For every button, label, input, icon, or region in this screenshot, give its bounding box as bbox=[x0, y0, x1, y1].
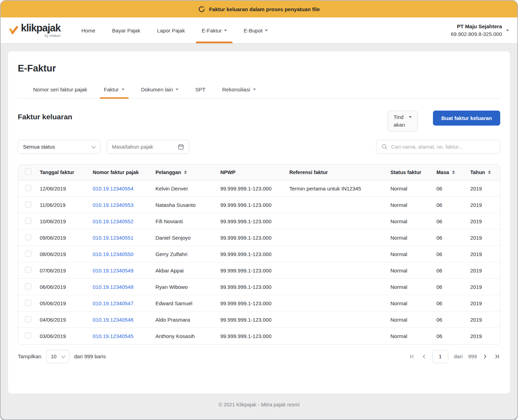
nav-item-label: E-Bupot bbox=[244, 28, 262, 33]
total-rows-label: dari 999 baris bbox=[74, 353, 106, 359]
sort-icon[interactable] bbox=[184, 171, 187, 174]
search-input[interactable] bbox=[391, 144, 495, 150]
app-header: klikpajak by mekari Home Bayar Pajak Lap… bbox=[1, 17, 517, 43]
sort-icon[interactable] bbox=[452, 171, 455, 174]
invoice-number-link[interactable]: 010.19.12340552 bbox=[93, 218, 134, 224]
cell-status: Normal bbox=[387, 246, 433, 262]
tab-dokumen-lain[interactable]: Dokumen lain bbox=[133, 82, 187, 98]
table-row: 05/06/2019 010.19.12340547 Edward Samuel… bbox=[18, 295, 500, 312]
invoice-number-link[interactable]: 010.19.12340549 bbox=[93, 268, 134, 273]
column-header[interactable]: Masa bbox=[433, 165, 467, 180]
nav-item-e-faktur[interactable]: E-Faktur bbox=[193, 17, 235, 43]
period-input[interactable] bbox=[112, 144, 178, 150]
cell-status: Normal bbox=[387, 213, 433, 230]
cell-customer: Kelvin Denver bbox=[152, 180, 217, 197]
actions-dropdown-button[interactable]: Tindakan bbox=[388, 111, 418, 132]
efaktur-card: E-Faktur Nomor seri faktur pajak Faktur … bbox=[8, 51, 510, 394]
cell-reference bbox=[286, 213, 387, 230]
section-title: Faktur keluaran bbox=[18, 111, 388, 121]
nav-item-lapor-pajak[interactable]: Lapor Pajak bbox=[148, 17, 193, 43]
row-checkbox[interactable] bbox=[25, 267, 31, 273]
nav-item-label: Home bbox=[82, 28, 96, 33]
cell-status: Normal bbox=[387, 279, 433, 295]
cell-masa: 06 bbox=[433, 262, 467, 279]
invoice-number-link[interactable]: 010.19.12340551 bbox=[93, 235, 134, 241]
row-checkbox[interactable] bbox=[25, 201, 31, 208]
tab-nomor-seri-faktur-pajak[interactable]: Nomor seri faktur pajak bbox=[25, 82, 96, 98]
cell-reference bbox=[286, 230, 387, 246]
cell-npwp: 99.999.999.1-123.000 bbox=[217, 230, 286, 246]
invoice-number-link[interactable]: 010.19.12340545 bbox=[93, 333, 134, 339]
tab-label: Faktur bbox=[104, 87, 119, 92]
invoice-number-link[interactable]: 010.19.12340550 bbox=[93, 251, 134, 257]
cell-status: Normal bbox=[387, 312, 433, 328]
sort-icon[interactable] bbox=[488, 171, 491, 174]
cell-status: Normal bbox=[387, 230, 433, 246]
next-page-button[interactable] bbox=[482, 353, 488, 360]
nav-item-label: Lapor Pajak bbox=[157, 28, 185, 33]
cell-tahun: 2019 bbox=[467, 328, 500, 344]
invoice-number-link[interactable]: 010.19.12340546 bbox=[93, 317, 134, 323]
cell-npwp: 99.999.999.1-123.000 bbox=[217, 295, 286, 312]
klikpajak-logo[interactable]: klikpajak by mekari bbox=[9, 17, 73, 43]
nav-item-e-bupot[interactable]: E-Bupot bbox=[235, 17, 276, 43]
row-checkbox[interactable] bbox=[25, 234, 31, 240]
chevron-down-icon bbox=[224, 30, 227, 31]
table-body: 12/06/2019 010.19.12340554 Kelvin Denver… bbox=[18, 180, 500, 344]
filter-bar: Semua status bbox=[18, 140, 500, 154]
column-header-label: Nomor faktur pajak bbox=[93, 170, 139, 175]
column-header: Tanggal faktur bbox=[36, 165, 89, 180]
row-checkbox[interactable] bbox=[25, 250, 31, 257]
row-checkbox[interactable] bbox=[25, 300, 31, 306]
spinner-icon bbox=[198, 6, 205, 13]
table-header-row: Tanggal faktur Nomor faktur pajak Pelang… bbox=[18, 165, 500, 180]
table-row: 07/06/2019 010.19.12340549 Akbar Appai 9… bbox=[18, 262, 500, 279]
cell-tahun: 2019 bbox=[467, 279, 500, 295]
column-header[interactable]: Pelanggan bbox=[152, 165, 217, 180]
column-header: Status faktur bbox=[387, 165, 433, 180]
cell-tahun: 2019 bbox=[467, 213, 500, 230]
invoice-number-link[interactable]: 010.19.12340554 bbox=[93, 186, 134, 192]
table-row: 04/06/2019 010.19.12340546 Aldo Prasmara… bbox=[18, 312, 500, 328]
create-invoice-button[interactable]: Buat faktur keluaran bbox=[433, 111, 500, 126]
cell-npwp: 99.999.999.1-123.000 bbox=[217, 312, 286, 328]
nav-item-bayar-pajak[interactable]: Bayar Pajak bbox=[104, 17, 149, 43]
prev-page-button[interactable] bbox=[421, 353, 427, 360]
row-checkbox[interactable] bbox=[25, 332, 31, 339]
row-checkbox[interactable] bbox=[25, 283, 31, 290]
period-filter-input[interactable] bbox=[107, 140, 189, 154]
column-header: Nomor faktur pajak bbox=[89, 165, 152, 180]
tab-spt[interactable]: SPT bbox=[187, 82, 214, 98]
cell-masa: 06 bbox=[433, 180, 467, 197]
invoice-table: Tanggal faktur Nomor faktur pajak Pelang… bbox=[18, 164, 500, 345]
last-page-button[interactable] bbox=[494, 353, 500, 360]
row-checkbox[interactable] bbox=[25, 218, 31, 224]
chevron-down-icon bbox=[176, 89, 178, 90]
cell-customer: Edward Samuel bbox=[152, 295, 217, 312]
cell-invoice-date: 05/06/2019 bbox=[36, 295, 89, 312]
nav-item-home[interactable]: Home bbox=[73, 17, 104, 43]
first-page-button[interactable] bbox=[409, 353, 416, 360]
select-all-checkbox[interactable] bbox=[25, 168, 31, 175]
invoice-number-link[interactable]: 010.19.12340548 bbox=[93, 284, 134, 290]
table-row: 12/06/2019 010.19.12340554 Kelvin Denver… bbox=[18, 180, 500, 197]
status-filter-select[interactable]: Semua status bbox=[18, 140, 100, 154]
pagination-bar: Tampilkan 10 dari 999 baris dari 999 bbox=[18, 350, 500, 363]
page-number-input[interactable] bbox=[432, 350, 448, 363]
column-header[interactable]: Tahun bbox=[467, 165, 500, 180]
invoice-number-link[interactable]: 010.19.12340553 bbox=[93, 202, 134, 208]
tab-rekonsiliasi[interactable]: Rekonsiliasi bbox=[214, 82, 264, 98]
row-checkbox[interactable] bbox=[25, 316, 31, 322]
cell-masa: 06 bbox=[433, 213, 467, 230]
page-size-select[interactable]: 10 bbox=[46, 350, 69, 363]
search-box[interactable] bbox=[376, 140, 500, 154]
cell-invoice-date: 07/06/2019 bbox=[36, 262, 89, 279]
cell-customer: Natasha Susanto bbox=[152, 197, 217, 213]
invoice-number-link[interactable]: 010.19.12340547 bbox=[93, 300, 134, 306]
tab-faktur[interactable]: Faktur bbox=[96, 82, 133, 98]
cell-reference bbox=[286, 262, 387, 279]
row-checkbox[interactable] bbox=[25, 185, 31, 191]
account-selector[interactable]: PT Maju Sejahtera 69.902.809.8-325.000 bbox=[451, 17, 509, 43]
calendar-icon bbox=[178, 144, 184, 150]
table-row: 11/06/2019 010.19.12340553 Natasha Susan… bbox=[18, 197, 500, 213]
